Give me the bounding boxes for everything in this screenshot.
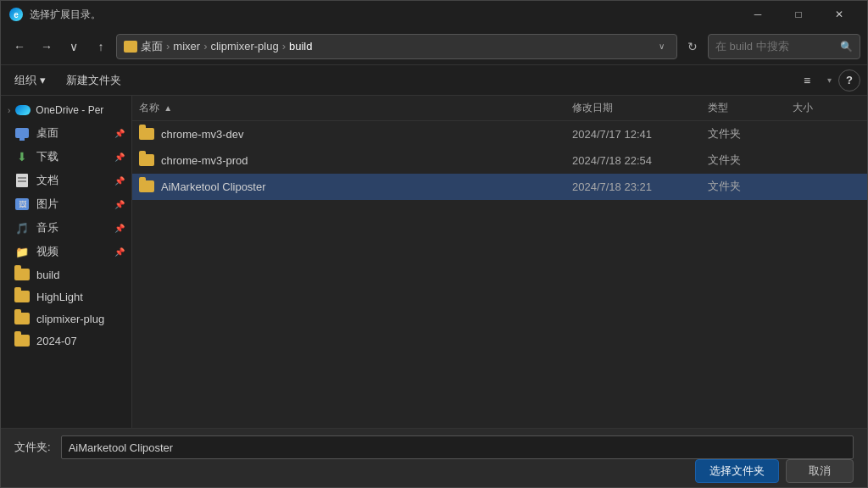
new-folder-button[interactable]: 新建文件夹: [59, 69, 128, 92]
sidebar-item-pictures[interactable]: 🖼 图片 📌: [1, 192, 131, 216]
path-separator-1: ›: [166, 40, 170, 53]
onedrive-label: OneDrive - Per: [36, 104, 125, 116]
sidebar-item-clipmixer[interactable]: clipmixer-plug: [1, 308, 131, 330]
documents-icon: [14, 174, 30, 187]
titlebar-title: 选择扩展目录。: [30, 8, 732, 22]
build-folder-icon: [14, 268, 30, 281]
file-date-1: 2024/7/18 22:54: [572, 154, 708, 167]
desktop-pin: 📌: [114, 129, 125, 138]
downloads-pin: 📌: [114, 152, 125, 162]
file-date-0: 2024/7/17 12:41: [572, 128, 708, 141]
sidebar-item-build[interactable]: build: [1, 263, 131, 286]
file-name-2: AiMarketool Cliposter: [161, 180, 572, 193]
sidebar-music-label: 音乐: [36, 220, 108, 236]
file-folder-icon-0: [139, 128, 154, 140]
minimize-button[interactable]: ─: [738, 1, 777, 28]
file-row-aimarketool[interactable]: AiMarketool Cliposter 2024/7/18 23:21 文件…: [132, 174, 867, 200]
app-icon: e: [9, 8, 23, 21]
main-content: › OneDrive - Per 桌面 📌 ⬇ 下载: [1, 96, 867, 428]
clipmixer-folder-icon: [14, 312, 30, 325]
file-name-0: chrome-mv3-dev: [161, 128, 572, 141]
organize-arrow: ▾: [40, 74, 46, 86]
music-pin: 📌: [114, 224, 125, 233]
sidebar-item-documents[interactable]: 文档 📌: [1, 169, 131, 192]
sidebar-downloads-label: 下载: [36, 149, 108, 164]
filename-label: 文件夹:: [14, 440, 51, 455]
sidebar-item-highlight[interactable]: HighLight: [1, 286, 131, 308]
pictures-icon: 🖼: [14, 197, 30, 211]
2024-07-folder-icon: [14, 334, 30, 347]
view-button[interactable]: ≡: [793, 69, 821, 92]
sidebar-item-music[interactable]: 🎵 音乐 📌: [1, 216, 131, 240]
secondary-toolbar: 组织 ▾ 新建文件夹 ≡ ▾ ?: [1, 65, 867, 96]
sidebar-build-label: build: [36, 269, 125, 281]
sidebar-item-2024-07[interactable]: 2024-07: [1, 330, 131, 352]
downloads-icon: ⬇: [14, 150, 30, 164]
path-segment-mixer[interactable]: mixer: [173, 40, 200, 53]
col-header-name[interactable]: 名称 ▲: [139, 101, 572, 115]
new-folder-label: 新建文件夹: [66, 73, 121, 88]
path-segment-desktop[interactable]: 桌面: [141, 39, 163, 54]
sort-indicator: ▲: [164, 103, 172, 113]
address-path: 桌面 › mixer › clipmixer-plug › build: [141, 39, 649, 54]
titlebar: e 选择扩展目录。 ─ □ ✕: [1, 1, 867, 28]
up-button[interactable]: ↑: [89, 35, 113, 58]
file-row-chrome-mv3-prod[interactable]: chrome-mv3-prod 2024/7/18 22:54 文件夹: [132, 147, 867, 174]
file-folder-icon-1: [139, 154, 154, 166]
select-folder-button[interactable]: 选择文件夹: [695, 459, 779, 483]
col-header-size[interactable]: 大小: [793, 101, 860, 115]
nav-toolbar: ← → ∨ ↑ 桌面 › mixer › clipmixer-plug › bu…: [1, 28, 867, 65]
file-row-chrome-mv3-dev[interactable]: chrome-mv3-dev 2024/7/17 12:41 文件夹: [132, 121, 867, 147]
forward-button[interactable]: →: [35, 35, 58, 58]
file-date-2: 2024/7/18 23:21: [572, 180, 708, 193]
col-header-type[interactable]: 类型: [708, 101, 793, 115]
back-button[interactable]: ←: [8, 35, 31, 58]
organize-label: 组织: [14, 73, 36, 88]
file-list: 名称 ▲ 修改日期 类型 大小 chrome-mv3-dev 2024/7/17…: [132, 96, 867, 428]
organize-button[interactable]: 组织 ▾: [8, 69, 53, 92]
refresh-button[interactable]: ↻: [681, 35, 704, 58]
sidebar-onedrive-header[interactable]: › OneDrive - Per: [1, 99, 131, 121]
view-dropdown-arrow: ▾: [827, 75, 832, 85]
documents-pin: 📌: [114, 176, 125, 186]
sidebar-2024-07-label: 2024-07: [36, 335, 125, 347]
videos-pin: 📌: [114, 247, 125, 257]
file-type-2: 文件夹: [708, 179, 793, 194]
sidebar-highlight-label: HighLight: [36, 291, 125, 303]
bottom-bar: 文件夹: 选择文件夹 取消: [1, 428, 867, 487]
maximize-button[interactable]: □: [779, 1, 818, 28]
videos-icon: 📁: [14, 245, 30, 258]
file-type-0: 文件夹: [708, 126, 793, 141]
desktop-icon: [14, 126, 30, 140]
path-separator-2: ›: [203, 40, 207, 53]
sidebar-documents-label: 文档: [36, 173, 108, 188]
search-icon: 🔍: [840, 41, 853, 53]
col-header-date[interactable]: 修改日期: [572, 101, 708, 115]
file-name-1: chrome-mv3-prod: [161, 154, 572, 167]
sidebar-videos-label: 视频: [36, 244, 108, 259]
sidebar-clipmixer-label: clipmixer-plug: [36, 313, 125, 325]
sidebar-item-downloads[interactable]: ⬇ 下载 📌: [1, 145, 131, 169]
pictures-pin: 📌: [114, 200, 125, 209]
onedrive-chevron: ›: [8, 106, 10, 115]
sidebar: › OneDrive - Per 桌面 📌 ⬇ 下载: [1, 96, 132, 428]
cancel-button[interactable]: 取消: [786, 459, 854, 483]
address-bar[interactable]: 桌面 › mixer › clipmixer-plug › build ∨: [116, 34, 677, 59]
sidebar-item-desktop[interactable]: 桌面 📌: [1, 121, 131, 145]
help-button[interactable]: ?: [838, 69, 860, 92]
sidebar-pictures-label: 图片: [36, 197, 108, 212]
search-box[interactable]: 🔍: [708, 34, 860, 59]
path-segment-clipmixer[interactable]: clipmixer-plug: [210, 40, 278, 53]
address-folder-icon: [124, 41, 137, 53]
highlight-folder-icon: [14, 290, 30, 303]
sidebar-item-videos[interactable]: 📁 视频 📌: [1, 240, 131, 263]
sidebar-desktop-label: 桌面: [36, 125, 108, 141]
recent-button[interactable]: ∨: [62, 35, 86, 58]
path-separator-3: ›: [282, 40, 286, 53]
filename-input[interactable]: [61, 435, 854, 459]
close-button[interactable]: ✕: [820, 1, 859, 28]
search-input[interactable]: [715, 40, 835, 53]
music-icon: 🎵: [14, 221, 30, 235]
path-segment-build[interactable]: build: [289, 40, 312, 53]
address-dropdown-button[interactable]: ∨: [653, 35, 670, 58]
